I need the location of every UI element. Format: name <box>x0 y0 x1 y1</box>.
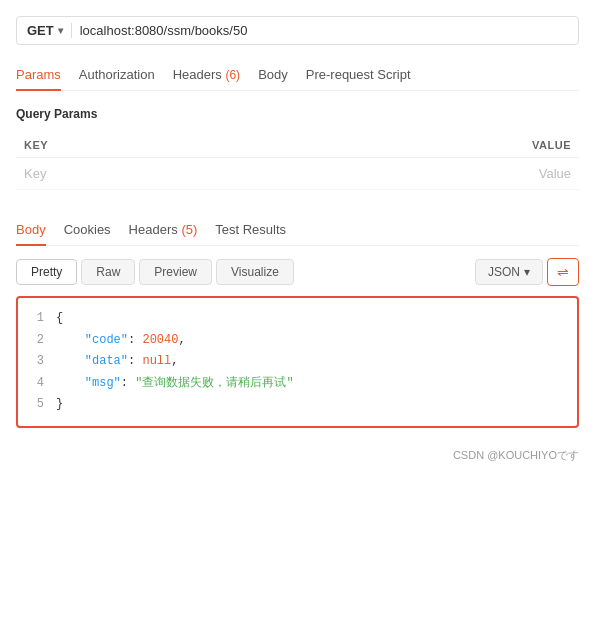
line-number: 5 <box>28 394 44 416</box>
method-select[interactable]: GET ▾ <box>27 23 72 38</box>
table-row: Key Value <box>16 158 579 190</box>
code-line-2: 2 "code": 20040, <box>28 330 567 352</box>
format-preview-button[interactable]: Preview <box>139 259 212 285</box>
response-tab-body[interactable]: Body <box>16 214 46 245</box>
url-bar: GET ▾ <box>16 16 579 45</box>
tab-body[interactable]: Body <box>258 59 288 90</box>
code-line-5: 5 } <box>28 394 567 416</box>
value-placeholder[interactable]: Value <box>254 158 579 190</box>
url-input[interactable] <box>80 23 568 38</box>
format-visualize-button[interactable]: Visualize <box>216 259 294 285</box>
wrap-button[interactable]: ⇌ <box>547 258 579 286</box>
line-content: "data": null, <box>56 351 567 373</box>
value-column-header: VALUE <box>254 133 579 158</box>
response-headers-badge: (5) <box>181 222 197 237</box>
response-tabs: Body Cookies Headers (5) Test Results <box>16 214 579 246</box>
response-tab-testresults[interactable]: Test Results <box>215 214 286 245</box>
key-placeholder[interactable]: Key <box>16 158 254 190</box>
format-pretty-button[interactable]: Pretty <box>16 259 77 285</box>
code-line-4: 4 "msg": "查询数据失败，请稍后再试" <box>28 373 567 395</box>
line-content: "code": 20040, <box>56 330 567 352</box>
footer-text: CSDN @KOUCHIYOです <box>453 449 579 461</box>
tab-authorization[interactable]: Authorization <box>79 59 155 90</box>
response-tab-cookies[interactable]: Cookies <box>64 214 111 245</box>
query-params-title: Query Params <box>16 103 579 125</box>
format-select-label: JSON <box>488 265 520 279</box>
format-select[interactable]: JSON ▾ <box>475 259 543 285</box>
line-number: 1 <box>28 308 44 330</box>
tab-headers[interactable]: Headers (6) <box>173 59 240 90</box>
code-line-1: 1 { <box>28 308 567 330</box>
method-label: GET <box>27 23 54 38</box>
line-number: 3 <box>28 351 44 373</box>
tab-params[interactable]: Params <box>16 59 61 90</box>
format-toolbar: Pretty Raw Preview Visualize JSON ▾ ⇌ <box>16 258 579 286</box>
chevron-down-icon: ▾ <box>58 25 63 36</box>
key-column-header: KEY <box>16 133 254 158</box>
response-section: Body Cookies Headers (5) Test Results Pr… <box>16 214 579 428</box>
line-content: { <box>56 308 567 330</box>
line-content: } <box>56 394 567 416</box>
headers-badge: (6) <box>225 68 240 82</box>
request-tabs: Params Authorization Headers (6) Body Pr… <box>16 59 579 91</box>
format-raw-button[interactable]: Raw <box>81 259 135 285</box>
json-code-block: 1 { 2 "code": 20040, 3 "data": null, 4 <box>16 296 579 428</box>
line-number: 2 <box>28 330 44 352</box>
response-tab-headers[interactable]: Headers (5) <box>129 214 198 245</box>
params-table: KEY VALUE Key Value <box>16 133 579 190</box>
line-content: "msg": "查询数据失败，请稍后再试" <box>56 373 567 395</box>
line-number: 4 <box>28 373 44 395</box>
chevron-down-icon: ▾ <box>524 265 530 279</box>
code-line-3: 3 "data": null, <box>28 351 567 373</box>
wrap-icon: ⇌ <box>557 264 569 280</box>
tab-prerequest[interactable]: Pre-request Script <box>306 59 411 90</box>
footer: CSDN @KOUCHIYOです <box>16 448 579 463</box>
